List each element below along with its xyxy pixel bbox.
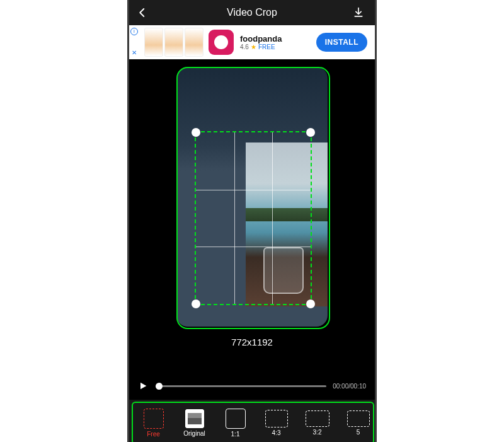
grid-line bbox=[196, 247, 311, 247]
ad-text: foodpanda 4.6 ★ FREE bbox=[240, 34, 282, 50]
ratio-label: 5 bbox=[357, 429, 360, 436]
panda-icon bbox=[214, 35, 228, 49]
chevron-left-icon bbox=[137, 7, 148, 18]
top-bar: Video Crop bbox=[129, 0, 375, 25]
ratio-1-1[interactable]: 1:1 bbox=[215, 409, 256, 438]
crop-handle-bottom-right[interactable] bbox=[306, 300, 315, 308]
crop-handle-top-right[interactable] bbox=[306, 128, 315, 137]
ratio-label: Original bbox=[183, 430, 205, 437]
ratio-label: 1:1 bbox=[231, 431, 240, 438]
ratio-1-1-icon bbox=[226, 409, 246, 429]
ratio-5[interactable]: 5 bbox=[338, 410, 375, 436]
ad-thumb bbox=[144, 28, 163, 57]
ad-close-icon[interactable]: ✕ bbox=[130, 49, 138, 57]
export-button[interactable] bbox=[352, 6, 367, 19]
ad-subtitle: 4.6 ★ FREE bbox=[240, 44, 282, 50]
crop-dimensions-label: 772x1192 bbox=[129, 337, 375, 347]
ad-rating: 4.6 bbox=[240, 44, 249, 50]
ratio-label: Free bbox=[147, 431, 160, 438]
ad-banner[interactable]: i ✕ foodpanda 4.6 ★ FREE INSTALL bbox=[129, 25, 375, 59]
player-bar: 00:00/00:10 bbox=[129, 372, 375, 400]
ratio-original[interactable]: Original bbox=[174, 409, 215, 437]
install-button[interactable]: INSTALL bbox=[316, 33, 367, 52]
app-stage: Video Crop i ✕ foodpanda 4.6 ★ FREE bbox=[0, 0, 504, 442]
ad-thumb bbox=[185, 28, 203, 57]
ratio-3-2[interactable]: 3:2 bbox=[297, 410, 338, 436]
crop-handle-top-left[interactable] bbox=[192, 128, 200, 137]
phone-frame: Video Crop i ✕ foodpanda 4.6 ★ FREE bbox=[127, 0, 377, 442]
ratio-original-icon bbox=[185, 409, 204, 428]
play-icon bbox=[138, 381, 148, 391]
play-button[interactable] bbox=[138, 381, 149, 391]
ad-thumb bbox=[164, 28, 183, 57]
download-icon bbox=[352, 6, 365, 19]
ratio-label: 3:2 bbox=[313, 429, 322, 436]
aspect-ratio-bar: Free Original 1:1 4:3 3:2 5 bbox=[129, 400, 375, 442]
grid-line bbox=[196, 190, 311, 190]
timeline-slider[interactable] bbox=[156, 385, 326, 387]
ad-app-name: foodpanda bbox=[240, 34, 282, 44]
crop-canvas: 772x1192 bbox=[129, 59, 375, 375]
time-display: 00:00/00:10 bbox=[333, 383, 366, 390]
ratio-free[interactable]: Free bbox=[133, 409, 174, 438]
ratio-5-icon bbox=[347, 410, 370, 427]
grid-line bbox=[234, 132, 235, 304]
ad-screenshots bbox=[144, 28, 203, 57]
ad-info-icon[interactable]: i bbox=[130, 28, 138, 35]
ratio-free-icon bbox=[144, 409, 164, 429]
star-icon: ★ bbox=[251, 44, 256, 50]
back-button[interactable] bbox=[137, 7, 152, 18]
ratio-4-3[interactable]: 4:3 bbox=[256, 410, 297, 436]
timeline-knob[interactable] bbox=[156, 383, 163, 390]
crop-handle-bottom-left[interactable] bbox=[192, 300, 200, 308]
ratio-4-3-icon bbox=[265, 410, 288, 427]
ratio-3-2-icon bbox=[306, 410, 329, 427]
crop-rectangle[interactable] bbox=[195, 131, 312, 305]
ad-app-icon bbox=[209, 30, 234, 55]
ad-price: FREE bbox=[258, 44, 275, 50]
ratio-label: 4:3 bbox=[272, 429, 281, 436]
page-title: Video Crop bbox=[152, 7, 352, 18]
grid-line bbox=[272, 132, 273, 304]
